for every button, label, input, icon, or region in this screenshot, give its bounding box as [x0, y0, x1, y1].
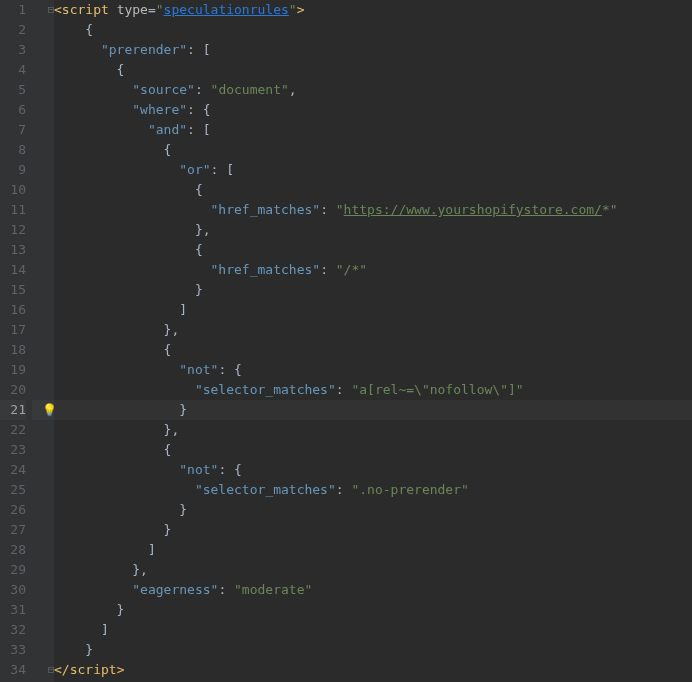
marker-cell — [32, 600, 54, 620]
line-number[interactable]: 24 — [0, 460, 26, 480]
marker-cell — [32, 480, 54, 500]
code-line[interactable]: "eagerness": "moderate" — [54, 580, 692, 600]
code-line[interactable]: { — [54, 240, 692, 260]
token-punct: }, — [54, 322, 179, 337]
code-line[interactable]: "not": { — [54, 360, 692, 380]
line-number[interactable]: 32 — [0, 620, 26, 640]
line-number[interactable]: 13 — [0, 240, 26, 260]
code-line[interactable]: }, — [54, 560, 692, 580]
line-number[interactable]: 15 — [0, 280, 26, 300]
line-number[interactable]: 11 — [0, 200, 26, 220]
token-str: "a[rel~=\"nofollow\"]" — [351, 382, 523, 397]
line-number[interactable]: 19 — [0, 360, 26, 380]
token-punct — [54, 382, 195, 397]
line-number[interactable]: 16 — [0, 300, 26, 320]
marker-cell — [32, 20, 54, 40]
code-line[interactable]: } — [54, 500, 692, 520]
token-str: " — [336, 202, 344, 217]
token-str: ".no-prerender" — [351, 482, 468, 497]
code-line[interactable]: <script type="speculationrules"> — [54, 0, 692, 20]
line-number[interactable]: 4 — [0, 60, 26, 80]
token-tag: > — [297, 2, 305, 17]
code-line[interactable]: ] — [54, 540, 692, 560]
code-line[interactable]: "not": { — [54, 460, 692, 480]
line-number[interactable]: 22 — [0, 420, 26, 440]
code-line[interactable]: { — [54, 60, 692, 80]
code-line[interactable]: } — [54, 280, 692, 300]
line-number[interactable]: 6 — [0, 100, 26, 120]
code-line[interactable]: "selector_matches": ".no-prerender" — [54, 480, 692, 500]
line-number[interactable]: 9 — [0, 160, 26, 180]
line-number[interactable]: 23 — [0, 440, 26, 460]
line-number[interactable]: 20 — [0, 380, 26, 400]
line-number[interactable]: 29 — [0, 560, 26, 580]
code-line[interactable]: ] — [54, 300, 692, 320]
line-number[interactable]: 27 — [0, 520, 26, 540]
code-line[interactable]: </script> — [54, 660, 692, 680]
code-line[interactable]: { — [54, 20, 692, 40]
line-number[interactable]: 17 — [0, 320, 26, 340]
line-number[interactable]: 34 — [0, 660, 26, 680]
token-punct: { — [54, 142, 171, 157]
token-punct — [54, 362, 179, 377]
token-punct: : — [320, 262, 336, 277]
line-number[interactable]: 25 — [0, 480, 26, 500]
line-number[interactable]: 14 — [0, 260, 26, 280]
line-number[interactable]: 28 — [0, 540, 26, 560]
code-line[interactable]: { — [54, 340, 692, 360]
marker-cell — [32, 620, 54, 640]
line-number[interactable]: 18 — [0, 340, 26, 360]
code-line[interactable]: "source": "document", — [54, 80, 692, 100]
token-punct: : { — [187, 102, 210, 117]
code-line[interactable]: "or": [ — [54, 160, 692, 180]
marker-cell: ⊟ — [32, 0, 54, 20]
code-line[interactable]: "where": { — [54, 100, 692, 120]
code-line[interactable]: } — [54, 640, 692, 660]
code-line[interactable]: "selector_matches": "a[rel~=\"nofollow\"… — [54, 380, 692, 400]
line-number[interactable]: 8 — [0, 140, 26, 160]
line-number[interactable]: 3 — [0, 40, 26, 60]
line-number[interactable]: 12 — [0, 220, 26, 240]
code-line[interactable]: "href_matches": "/*" — [54, 260, 692, 280]
marker-cell — [32, 380, 54, 400]
marker-cell: 💡 — [32, 400, 54, 420]
code-line[interactable]: { — [54, 180, 692, 200]
code-editor[interactable]: <script type="speculationrules"> { "prer… — [54, 0, 692, 682]
line-number[interactable]: 1 — [0, 0, 26, 20]
code-line[interactable]: { — [54, 440, 692, 460]
code-line[interactable]: } — [54, 600, 692, 620]
line-number[interactable]: 33 — [0, 640, 26, 660]
token-key: "href_matches" — [211, 202, 321, 217]
marker-cell — [32, 240, 54, 260]
line-number[interactable]: 26 — [0, 500, 26, 520]
marker-cell — [32, 160, 54, 180]
marker-column: ⊟💡⊟ — [32, 0, 54, 682]
line-number[interactable]: 30 — [0, 580, 26, 600]
token-tag: script — [62, 2, 117, 17]
token-tag: > — [117, 662, 125, 677]
token-punct — [54, 462, 179, 477]
line-number[interactable]: 31 — [0, 600, 26, 620]
code-line[interactable]: } — [54, 400, 692, 420]
line-number[interactable]: 7 — [0, 120, 26, 140]
line-number[interactable]: 5 — [0, 80, 26, 100]
code-line[interactable]: ] — [54, 620, 692, 640]
code-line[interactable]: { — [54, 140, 692, 160]
code-line[interactable]: "and": [ — [54, 120, 692, 140]
code-line[interactable]: }, — [54, 320, 692, 340]
code-line[interactable]: }, — [54, 220, 692, 240]
line-number-gutter: 1234567891011121314151617181920212223242… — [0, 0, 32, 682]
token-punct: : [ — [187, 122, 210, 137]
code-line[interactable]: "href_matches": "https://www.yourshopify… — [54, 200, 692, 220]
line-number[interactable]: 10 — [0, 180, 26, 200]
code-line[interactable]: "prerender": [ — [54, 40, 692, 60]
code-line[interactable]: }, — [54, 420, 692, 440]
token-str: *" — [602, 202, 618, 217]
line-number[interactable]: 2 — [0, 20, 26, 40]
code-line[interactable]: } — [54, 520, 692, 540]
token-punct: { — [54, 242, 203, 257]
line-number[interactable]: 21 — [0, 400, 26, 420]
token-punct — [54, 582, 132, 597]
token-punct: } — [54, 502, 187, 517]
token-punct: { — [54, 442, 171, 457]
